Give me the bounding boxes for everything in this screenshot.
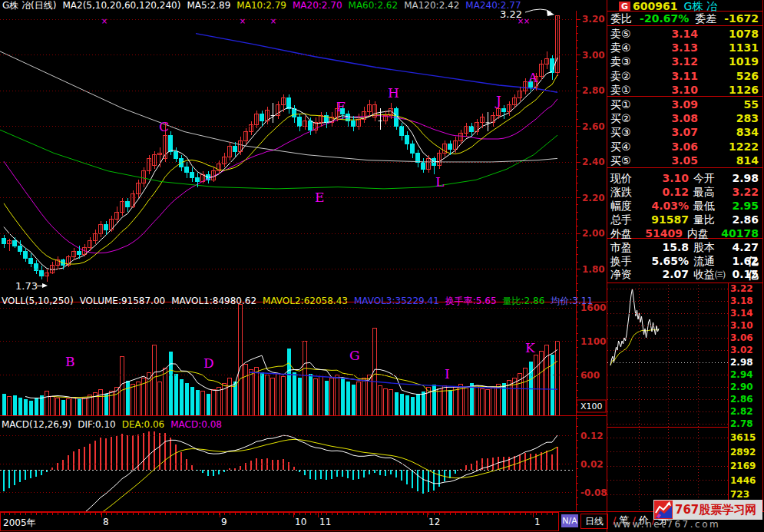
header-segment-3: MAVOL2:62058.43 (263, 296, 348, 306)
header-segment-5: MA60:2.62 (349, 0, 399, 11)
bid-row-1: 买①3.0955 (610, 97, 761, 111)
svg-text:-0.08: -0.08 (580, 487, 607, 498)
bid-label: 买④ (610, 140, 647, 154)
intraday-volume-tick: 723 (730, 489, 749, 500)
intraday-pane[interactable] (610, 289, 659, 509)
candlestick-pane[interactable] (0, 15, 560, 281)
timeline-month-8: 8 (103, 517, 109, 527)
marker-letter-K: K (525, 340, 535, 355)
bid-volume: 1222 (698, 140, 761, 154)
marker-letter-I: I (445, 366, 450, 382)
ask-row-3: 卖③3.121019 (610, 55, 761, 68)
na-badge: N/A (561, 514, 578, 527)
info-row-0: 现价3.10今开2.98 (610, 171, 761, 185)
bid-price: 3.09 (647, 97, 698, 111)
header-segment-4: MA20:2.70 (293, 0, 342, 11)
intraday-price-tick: 2.94 (730, 369, 753, 380)
bid-volume: 55 (698, 97, 761, 111)
timeline-year: 2005年 (3, 517, 36, 530)
intraday-price-tick: 3.14 (730, 308, 753, 319)
timeline-month-9: 9 (221, 517, 227, 527)
header-segment-3: MACD:0.08 (170, 419, 222, 430)
bid-volume: 834 (698, 125, 761, 139)
marker-letter-A: A (528, 70, 538, 85)
info-value: 2.98 (730, 171, 761, 185)
info-row-4: 外盘51409内盘40178 (610, 226, 761, 240)
intraday-volume-tick: 1446 (730, 475, 756, 486)
weibi-label: 委比 (610, 12, 640, 25)
info-label: 市盈 (610, 240, 643, 254)
marker-letter-F: F (336, 99, 346, 114)
info-value: 5.65% (643, 254, 689, 268)
svg-text:2.40: 2.40 (582, 157, 605, 167)
ask-volume: 1019 (698, 55, 761, 68)
intraday-price-tick: 2.86 (730, 394, 753, 405)
info-label: 外盘 (610, 226, 640, 240)
bid-price: 3.06 (647, 140, 698, 154)
bid-price: 3.07 (647, 125, 698, 139)
site-url[interactable]: www.net767.com (614, 519, 764, 530)
svg-text:2.80: 2.80 (582, 85, 605, 96)
info-label: 今开 (689, 171, 730, 185)
intraday-price-tick: 2.78 (730, 418, 753, 429)
marker-letter-L: L (435, 174, 444, 190)
header-segment-6: 量比:2.86 (503, 296, 545, 306)
macd-header: MACD(12,26,9)DIF:0.10DEA:0.06MACD:0.08 (2, 419, 228, 430)
marker-letter-J: J (494, 93, 501, 108)
info-value: 0.12 (643, 185, 689, 199)
ask-label: 卖④ (610, 41, 647, 55)
stock-logo-badge: G (619, 2, 630, 12)
header-segment-4: MAVOL3:35229.41 (354, 296, 439, 306)
info-value: 40178 (721, 226, 761, 240)
header-segment-7: MA240:2.77 (465, 0, 521, 11)
site-logo-icon (654, 501, 673, 519)
info-label: 总手 (610, 213, 643, 226)
ask-row-5: 卖⑤3.141078 (610, 27, 761, 41)
info-row-7: 净资2.07收益㈢0.15 (610, 267, 761, 281)
kline-header: G株 冶(日线)MA2(5,10,20,60,120,240)MA5:2.89M… (2, 0, 528, 11)
site-logo[interactable]: 767股票学习网 (653, 500, 762, 520)
ask-price: 3.12 (647, 55, 698, 68)
site-logo-text: 767股票学习网 (675, 503, 756, 517)
info-label: 股本 (689, 240, 730, 254)
info-value: 1.62亿 (730, 254, 761, 268)
ask-row-2: 卖②3.11526 (610, 69, 761, 83)
info-label: 流通 (689, 254, 730, 268)
info-value: 51409 (640, 226, 683, 240)
svg-text:3.00: 3.00 (582, 50, 605, 61)
svg-text:2.00: 2.00 (582, 228, 605, 239)
info-label: 换手 (610, 254, 643, 268)
tab-daily-period[interactable]: 日线 (580, 514, 608, 529)
header-segment-0: VOLL(5,10,250) (2, 296, 74, 306)
marker-letter-G: G (349, 348, 360, 363)
svg-text:3.20: 3.20 (582, 14, 605, 25)
header-segment-6: MA120:2.42 (404, 0, 459, 11)
volume-header: VOLL(5,10,250)VOLUME:91587.00MAVOL1:8498… (2, 296, 599, 306)
info-value: 4.27亿 (730, 240, 761, 254)
ask-volume: 526 (698, 69, 761, 83)
quote-header: G600961G株 冶 (619, 0, 717, 12)
info-value: 0.15 (730, 267, 761, 281)
intraday-price-tick: 2.98 (730, 357, 753, 368)
svg-text:0.02: 0.02 (580, 459, 604, 470)
svg-text:X100: X100 (580, 401, 603, 411)
ask-price: 3.11 (647, 69, 698, 83)
svg-text:0.12: 0.12 (580, 431, 604, 441)
ask-price: 3.14 (647, 27, 698, 41)
timeline-month-12: 12 (428, 517, 440, 527)
header-segment-7: 均价:3.11 (551, 296, 593, 306)
info-value: 2.95 (730, 199, 761, 213)
ask-price: 3.10 (647, 83, 698, 97)
info-value: 3.22 (730, 185, 761, 199)
header-segment-1: VOLUME:91587.00 (80, 296, 166, 306)
volume-pane[interactable] (2, 305, 560, 415)
ask-label: 卖③ (610, 55, 647, 68)
ask-label: 卖② (610, 69, 647, 83)
marker-letter-E: E (315, 190, 324, 205)
info-label: 收益㈢ (689, 267, 730, 281)
ask-label: 卖① (610, 83, 647, 97)
intraday-price-tick: 2.82 (730, 406, 753, 417)
bid-label: 买③ (610, 125, 647, 139)
intraday-volume-tick: 2892 (730, 447, 756, 458)
low-price-annotation: 1.73 (15, 280, 38, 292)
